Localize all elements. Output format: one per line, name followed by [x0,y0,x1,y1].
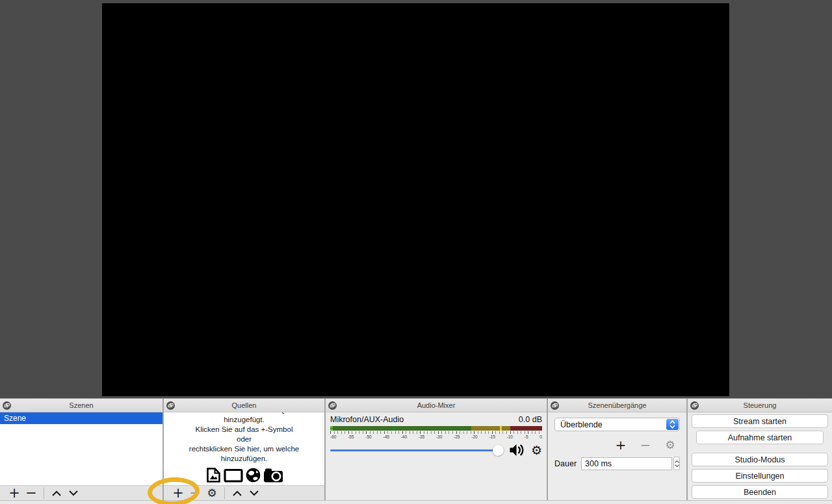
scene-up-button[interactable] [48,486,65,500]
remove-scene-button[interactable]: − [23,486,40,500]
studio-mode-button[interactable]: Studio-Modus [692,453,828,466]
panel-title: Quellen [232,401,257,409]
preview-canvas[interactable] [102,3,729,396]
source-properties-gear-icon[interactable]: ⚙ [203,486,220,500]
meter-green-zone [330,426,471,431]
panel-szenenuebergaenge-header: Szenenübergänge [548,399,686,412]
toolbar-separator [224,488,225,499]
meter-tick-marks [330,431,542,434]
combo-stepper-icon[interactable] [666,419,679,430]
hint-line: Klicken Sie auf das +-Symbol [196,425,293,433]
float-dock-icon[interactable] [551,401,559,410]
record-start-button[interactable]: Aufnahme starten [696,431,824,444]
dauer-input[interactable] [581,457,672,470]
hint-line: rechtsklicken Sie hier, um welche [189,445,299,453]
remove-source-button[interactable]: − [187,486,203,500]
float-dock-icon[interactable] [690,401,699,410]
mixer-gear-icon[interactable]: ⚙ [531,444,542,457]
settings-button[interactable]: Einstellungen [692,469,828,483]
panel-steuerung: Steuerung Stream starten Aufnahme starte… [688,399,832,500]
meter-input-level [330,426,333,431]
panel-szenen-header: Szenen [0,399,162,412]
exit-button[interactable]: Beenden [692,485,828,499]
hint-line: hinzuzufügen. [221,455,268,462]
hint-line: hinzugefügt. [224,416,265,423]
source-up-button[interactable] [229,486,246,500]
globe-icon [245,467,261,483]
transition-selected-value: Überblende [560,420,603,429]
hint-line: oder [237,435,252,443]
chevron-down-icon [249,490,259,496]
panel-steuerung-header: Steuerung [688,399,832,412]
volume-slider-track[interactable] [330,449,503,452]
panel-audio-mixer: Audio-Mixer Mikrofon/AUX-Audio 0.0 dB [326,399,547,500]
panel-title: Audio-Mixer [417,401,456,409]
panel-szenen: Szenen Szene + − [0,399,162,500]
spacer [692,447,828,453]
panel-szenenuebergaenge: Szenenübergänge Überblende + − ⚙ [548,399,686,500]
image-icon [205,467,222,483]
chevron-down-icon [68,490,79,496]
float-dock-icon[interactable] [3,401,11,410]
scene-list-item[interactable]: Szene [0,412,162,424]
obs-window: Szenen Szene + − Quellen [0,0,832,504]
chevron-up-icon [51,490,62,496]
transition-select[interactable]: Überblende [554,418,680,431]
scene-down-button[interactable] [65,486,82,500]
panel-quellen-header: Quellen [164,399,324,412]
scene-list[interactable]: Szene [0,412,162,485]
add-source-button[interactable]: + [170,486,187,500]
panel-quellen: Quellen Sie haben bisher noch keine Quel… [164,399,324,500]
meter-yellow-zone [471,426,510,431]
volume-slider[interactable] [330,444,503,456]
stream-start-button[interactable]: Stream starten [692,414,828,428]
remove-transition-button[interactable]: − [637,438,654,452]
transition-properties-gear-icon[interactable]: ⚙ [662,438,679,452]
add-transition-button[interactable]: + [612,438,629,452]
volume-meter [330,426,542,431]
add-scene-button[interactable]: + [6,486,23,500]
source-list-empty[interactable]: Sie haben bisher noch keine Quellen hinz… [164,412,324,485]
float-dock-icon[interactable] [328,401,337,410]
float-dock-icon[interactable] [166,401,175,410]
preview-background [0,0,832,398]
camera-icon [263,468,283,483]
audio-channel-name: Mikrofon/AUX-Audio [330,415,404,424]
chevron-up-icon [232,490,242,496]
dauer-stepper[interactable] [673,457,680,470]
volume-slider-knob[interactable] [493,445,504,456]
audio-level-value: 0.0 dB [519,415,542,424]
window-icon [224,468,243,483]
meter-scale-labels: -60 -55 -50 -45 -40 -35 -30 -25 -20 -15 … [330,435,542,439]
panel-title: Szenen [69,401,93,409]
panel-audio-mixer-header: Audio-Mixer [326,399,547,412]
dock-area: Szenen Szene + − Quellen [0,398,832,500]
status-bar [0,500,832,504]
source-type-icons [164,467,324,483]
hint-line-clipped: Sie haben bisher noch keine Quellen [164,412,324,415]
panel-title: Steuerung [744,401,777,409]
scene-name: Szene [4,414,26,423]
dauer-label: Dauer [554,459,577,468]
meter-peak-tick [500,426,502,431]
source-down-button[interactable] [246,486,263,500]
szenen-toolbar: + − [0,485,162,500]
panel-title: Szenenübergänge [588,401,647,409]
toolbar-separator [44,488,44,499]
empty-sources-hint: Sie haben bisher noch keine Quellen hinz… [164,412,324,464]
speaker-icon[interactable] [509,444,525,457]
meter-red-zone [510,426,542,431]
quellen-toolbar: + − ⚙ [164,485,324,500]
